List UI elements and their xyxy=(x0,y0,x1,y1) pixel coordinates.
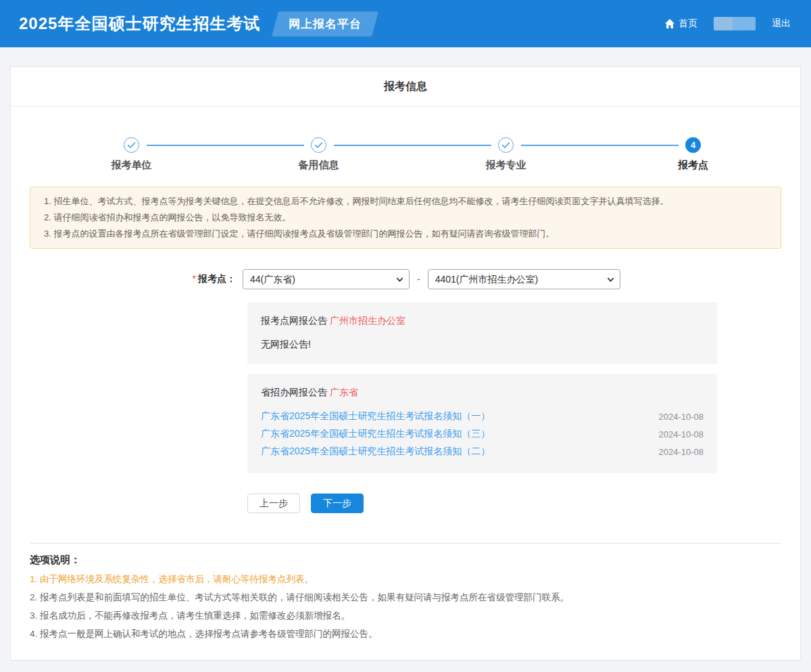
option-instructions-heading: 选项说明： xyxy=(30,554,781,567)
header-nav: 首页 退出 xyxy=(664,17,791,30)
province-announcement-title: 省招办网报公告广东省 xyxy=(261,387,704,399)
step-label: 报考点 xyxy=(599,159,787,172)
check-circle-icon xyxy=(311,137,326,153)
logout-link[interactable]: 退出 xyxy=(772,18,791,30)
announcement-column: 报考点网报公告广州市招生办公室 无网报公告! 省招办网报公告广东省 广东省202… xyxy=(247,302,717,513)
step-beiyong-xinxi: 备用信息 xyxy=(225,137,412,172)
province-select-wrap: 44(广东省) xyxy=(243,269,410,289)
app-title: 2025年全国硕士研究生招生考试 xyxy=(19,13,260,34)
home-link[interactable]: 首页 xyxy=(664,18,697,30)
notice-line: 3. 报考点的设置由各报考点所在省级管理部门设定，请仔细阅读报考点及省级管理部门… xyxy=(44,226,767,242)
wizard-buttons: 上一步 下一步 xyxy=(247,494,717,513)
province-announcement-panel: 省招办网报公告广东省 广东省2025年全国硕士研究生招生考试报名须知（一） 20… xyxy=(247,374,717,473)
step-label: 报考专业 xyxy=(412,159,599,172)
province-name-highlight: 广东省 xyxy=(330,387,358,398)
check-circle-icon xyxy=(124,137,139,153)
announcement-date: 2024-10-08 xyxy=(659,412,704,422)
footnote-item: 1. 由于网络环境及系统复杂性，选择省市后，请耐心等待报考点列表。 xyxy=(30,574,781,585)
page-title: 报考信息 xyxy=(384,80,427,94)
footnote-item: 3. 报名成功后，不能再修改报考点，请考生慎重选择，如需修改必须新增报名。 xyxy=(30,610,781,621)
province-select[interactable]: 44(广东省) xyxy=(243,269,410,289)
step-baokao-zhuanye: 报考专业 xyxy=(412,137,599,172)
announcement-row: 广东省2025年全国硕士研究生招生考试报名须知（一） 2024-10-08 xyxy=(261,408,704,425)
home-icon xyxy=(664,18,675,29)
step-baokaodian: 4 报考点 xyxy=(599,137,787,172)
platform-badge: 网上报名平台 xyxy=(272,11,378,37)
notice-line: 2. 请仔细阅读省招办和报考点的网报公告，以免导致报名无效。 xyxy=(44,210,767,226)
option-instructions: 选项说明： 1. 由于网络环境及系统复杂性，选择省市后，请耐心等待报考点列表。 … xyxy=(11,544,800,660)
logout-link-label: 退出 xyxy=(772,18,791,30)
footnote-item: 2. 报考点列表是和前面填写的招生单位、考试方式等相关联的，请仔细阅读相关公告，… xyxy=(30,592,781,603)
announcement-link[interactable]: 广东省2025年全国硕士研究生招生考试报名须知（一） xyxy=(261,410,490,423)
notice-line: 1. 招生单位、考试方式、报考点等为报考关键信息，在提交信息后不允许修改，网报时… xyxy=(44,193,767,210)
step-baokao-danwei: 报考单位 xyxy=(38,137,225,172)
exam-site-form-row: *报考点： 44(广东省) - 4401(广州市招生办公室) xyxy=(11,269,800,289)
announcement-row: 广东省2025年全国硕士研究生招生考试报名须知（三） 2024-10-08 xyxy=(261,425,704,443)
main-card: 报考信息 报考单位 备用信息 报考专业 4 报考点 1. 招生单位、考试方 xyxy=(10,66,801,661)
check-circle-icon xyxy=(498,137,514,153)
home-link-label: 首页 xyxy=(679,18,697,30)
site-name-highlight: 广州市招生办公室 xyxy=(330,315,406,326)
step-progress: 报考单位 备用信息 报考专业 4 报考点 xyxy=(11,107,800,172)
next-step-button[interactable]: 下一步 xyxy=(311,494,364,513)
announcement-link-list: 广东省2025年全国硕士研究生招生考试报名须知（一） 2024-10-08 广东… xyxy=(261,408,704,460)
key-info-notice: 1. 招生单位、考试方式、报考点等为报考关键信息，在提交信息后不允许修改，网报时… xyxy=(30,187,781,249)
announcement-date: 2024-10-08 xyxy=(659,447,704,457)
step-number-badge: 4 xyxy=(685,137,701,153)
step-label: 备用信息 xyxy=(225,159,412,172)
platform-badge-label: 网上报名平台 xyxy=(289,16,362,32)
announcement-row: 广东省2025年全国硕士研究生招生考试报名须知（二） 2024-10-08 xyxy=(261,443,704,460)
announcement-link[interactable]: 广东省2025年全国硕士研究生招生考试报名须知（二） xyxy=(261,446,490,458)
select-separator: - xyxy=(417,274,420,285)
previous-step-button[interactable]: 上一步 xyxy=(247,494,300,513)
step-label: 报考单位 xyxy=(38,159,225,172)
announcement-link[interactable]: 广东省2025年全国硕士研究生招生考试报名须知（三） xyxy=(261,428,490,440)
site-select-wrap: 4401(广州市招生办公室) xyxy=(428,269,620,289)
announcement-date: 2024-10-08 xyxy=(659,429,704,439)
exam-site-select[interactable]: 4401(广州市招生办公室) xyxy=(428,269,620,289)
required-asterisk: * xyxy=(193,273,196,284)
top-header: 2025年全国硕士研究生招生考试 网上报名平台 首页 退出 xyxy=(0,0,811,47)
site-announcement-body: 无网报公告! xyxy=(261,339,704,351)
username-redacted[interactable] xyxy=(714,17,756,30)
site-announcement-panel: 报考点网报公告广州市招生办公室 无网报公告! xyxy=(247,302,717,364)
footnote-item: 4. 报考点一般是网上确认和考试的地点，选择报考点请参考各级管理部门的网报公告。 xyxy=(30,629,781,640)
site-announcement-title: 报考点网报公告广州市招生办公室 xyxy=(261,315,704,327)
card-title-bar: 报考信息 xyxy=(11,67,800,107)
exam-site-label: *报考点： xyxy=(11,273,236,285)
